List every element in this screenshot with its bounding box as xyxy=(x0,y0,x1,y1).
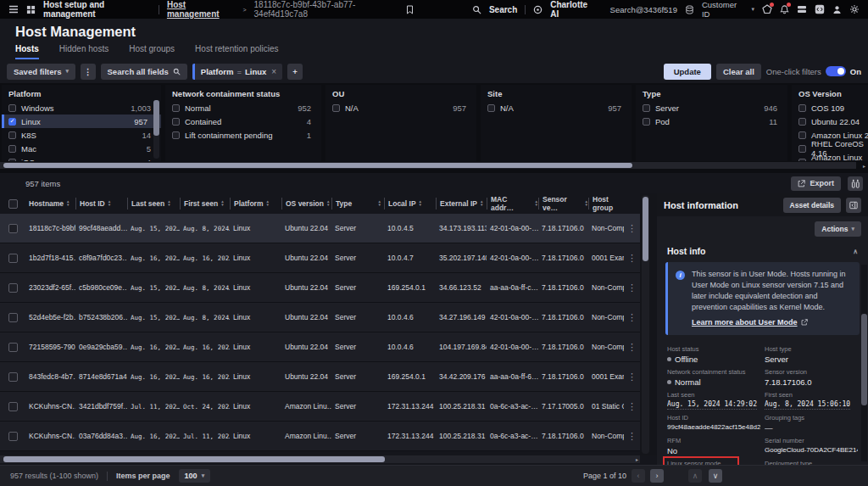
layers-icon[interactable] xyxy=(797,4,807,14)
column-header-external-ip[interactable]: External IP▲▼ xyxy=(436,198,487,209)
update-button[interactable]: Update xyxy=(664,64,711,80)
column-header-last-seen[interactable]: Last seen▲▼ xyxy=(127,198,180,209)
column-header-host-group[interactable]: Host group xyxy=(588,198,624,209)
charlotte-ai-icon[interactable] xyxy=(533,5,542,14)
clear-all-button[interactable]: Clear all xyxy=(716,64,761,80)
table-vertical-scrollbar[interactable] xyxy=(642,195,649,454)
add-filter-button[interactable]: + xyxy=(287,64,303,80)
checkbox[interactable] xyxy=(798,145,806,153)
hamburger-menu-icon[interactable] xyxy=(8,4,19,14)
checkbox[interactable] xyxy=(643,118,650,126)
row-checkbox[interactable] xyxy=(8,254,18,263)
search-all-fields-button[interactable]: Search all fields xyxy=(101,64,187,80)
facet-option-amazon-linux-2023[interactable]: Amazon Linux 202 xyxy=(792,155,868,161)
checkbox[interactable] xyxy=(8,104,16,112)
table-row[interactable]: 52d4eb5e-f2b… b752438b206… Aug. 15, 202…… xyxy=(0,303,640,332)
row-actions-kebab[interactable]: ⋮ xyxy=(624,401,640,412)
checkbox[interactable] xyxy=(798,104,806,112)
tab-hidden-hosts[interactable]: Hidden hosts xyxy=(59,44,108,59)
scrollbar-thumb[interactable] xyxy=(861,314,867,405)
table-row[interactable]: 23023df2-65f… c5b980ce09e… Aug. 15, 202…… xyxy=(0,273,640,303)
column-settings-button[interactable] xyxy=(848,176,863,191)
charlotte-ai-label[interactable]: Charlotte AI xyxy=(550,0,594,19)
facet-option-contained[interactable]: Contained4 xyxy=(165,115,321,128)
filter-chip-platform-linux[interactable]: Platform = Linux × xyxy=(192,64,282,80)
learn-more-link[interactable]: Learn more about User Mode xyxy=(692,318,808,327)
scrollbar-thumb[interactable] xyxy=(153,100,159,136)
sort-icon[interactable]: ▲▼ xyxy=(265,200,269,207)
next-record-button[interactable]: ∨ xyxy=(709,469,722,483)
previous-page-button[interactable]: ‹ xyxy=(632,469,645,483)
facet-option-lift-containment-pending[interactable]: Lift containment pending1 xyxy=(165,128,321,142)
checkbox[interactable] xyxy=(643,104,650,112)
facet-horizontal-scrollbar[interactable] xyxy=(0,162,856,169)
tab-host-groups[interactable]: Host groups xyxy=(129,44,175,59)
row-actions-kebab[interactable]: ⋮ xyxy=(624,431,640,442)
falcon-complete-icon[interactable] xyxy=(762,4,772,14)
table-row[interactable]: 843fedc8-4b7… 8714e8d671a4… Aug. 16, 202… xyxy=(0,362,640,392)
breadcrumb-host-management[interactable]: Host management xyxy=(167,0,236,19)
row-checkbox[interactable] xyxy=(8,432,18,441)
scrollbar-thumb[interactable] xyxy=(3,456,385,462)
checkbox[interactable] xyxy=(8,145,16,153)
checkbox[interactable] xyxy=(172,118,180,126)
tab-host-retention-policies[interactable]: Host retention policies xyxy=(195,44,278,59)
checkbox[interactable] xyxy=(798,159,806,162)
asset-details-button[interactable]: Asset details xyxy=(783,198,841,213)
sort-icon[interactable]: ▲▼ xyxy=(480,200,483,207)
sort-icon[interactable]: ▲▼ xyxy=(419,200,422,207)
facet-option-mac[interactable]: Mac5 xyxy=(2,142,161,155)
host-info-section-header[interactable]: Host info ∧ xyxy=(657,242,868,260)
items-per-page-select[interactable]: 100▾ xyxy=(179,469,211,483)
search-icon[interactable] xyxy=(472,5,481,14)
row-actions-kebab[interactable]: ⋮ xyxy=(624,282,640,293)
sort-icon[interactable]: ▲▼ xyxy=(167,200,170,207)
facet-option-windows[interactable]: Windows1,003 xyxy=(2,101,161,115)
table-row[interactable]: KCKuhns-CN… 3421dbdf759f… Jul. 11, 202… … xyxy=(0,392,640,422)
one-click-filters-toggle[interactable] xyxy=(826,66,846,76)
user-profile-icon[interactable] xyxy=(832,5,842,14)
table-row[interactable]: 1b2d7f18-415… c8f9a7fd0c23… Aug. 16, 202… xyxy=(0,243,640,273)
row-checkbox[interactable] xyxy=(8,313,18,322)
scroll-right-arrow-icon[interactable]: ▸ xyxy=(863,163,865,169)
checkbox[interactable] xyxy=(332,104,340,112)
table-row[interactable]: 18118c7c-b9bf… 99cf48aeadd… Aug. 15, 202… xyxy=(0,214,640,243)
checkbox[interactable] xyxy=(172,131,180,139)
checkbox[interactable] xyxy=(8,159,16,162)
facet-option-ubuntu-2204[interactable]: Ubuntu 22.04 xyxy=(792,115,868,128)
database-icon[interactable] xyxy=(685,5,694,14)
sort-icon[interactable]: ▲▼ xyxy=(66,200,70,207)
row-actions-kebab[interactable]: ⋮ xyxy=(624,342,640,353)
export-button[interactable]: Export xyxy=(791,176,841,191)
column-header-local-ip[interactable]: Local IP▲▼ xyxy=(384,198,436,209)
global-search-label[interactable]: Search xyxy=(489,5,517,14)
scrollbar-thumb[interactable] xyxy=(3,163,632,168)
facet-option-cos-109[interactable]: COS 109 xyxy=(792,101,868,115)
row-actions-kebab[interactable]: ⋮ xyxy=(624,312,640,323)
row-checkbox[interactable] xyxy=(8,372,18,382)
facet-option-na[interactable]: N/A957 xyxy=(326,101,476,115)
row-actions-kebab[interactable]: ⋮ xyxy=(624,253,640,264)
column-header-sensor-version[interactable]: Sensor ve…▲▼ xyxy=(538,198,588,209)
api-code-icon[interactable] xyxy=(815,4,825,14)
facet-option-linux[interactable]: ✓Linux957 xyxy=(2,115,161,128)
checkbox[interactable] xyxy=(798,131,806,139)
row-actions-kebab[interactable]: ⋮ xyxy=(624,371,640,383)
bookmark-icon[interactable] xyxy=(406,5,414,14)
column-header-hostname[interactable]: Hostname▲▼ xyxy=(25,198,75,209)
expand-panel-button[interactable] xyxy=(846,198,861,213)
checkbox[interactable] xyxy=(487,104,495,112)
column-header-platform[interactable]: Platform▲▼ xyxy=(230,198,281,209)
facet-option-server[interactable]: Server946 xyxy=(636,101,787,115)
facet-option-normal[interactable]: Normal952 xyxy=(165,101,321,115)
table-row[interactable]: KCKuhns-CN… 03a76dd84a3… Aug. 16, 202… J… xyxy=(0,422,640,451)
facet-option-k8s[interactable]: K8S14 xyxy=(2,128,161,142)
facet-option-ios[interactable]: iOS4 xyxy=(2,155,161,161)
saved-filters-button[interactable]: Saved filters▾ xyxy=(7,64,75,80)
column-header-mac-address[interactable]: MAC addr…▲▼ xyxy=(487,198,538,209)
tab-hosts[interactable]: Hosts xyxy=(15,44,39,59)
table-horizontal-scrollbar[interactable]: ▸ xyxy=(0,455,640,463)
customer-id-label[interactable]: Customer ID xyxy=(702,0,744,19)
table-row[interactable]: 72158595-790… 0e9a29cba59… Aug. 16, 202…… xyxy=(0,332,640,362)
select-all-checkbox[interactable] xyxy=(8,199,18,209)
